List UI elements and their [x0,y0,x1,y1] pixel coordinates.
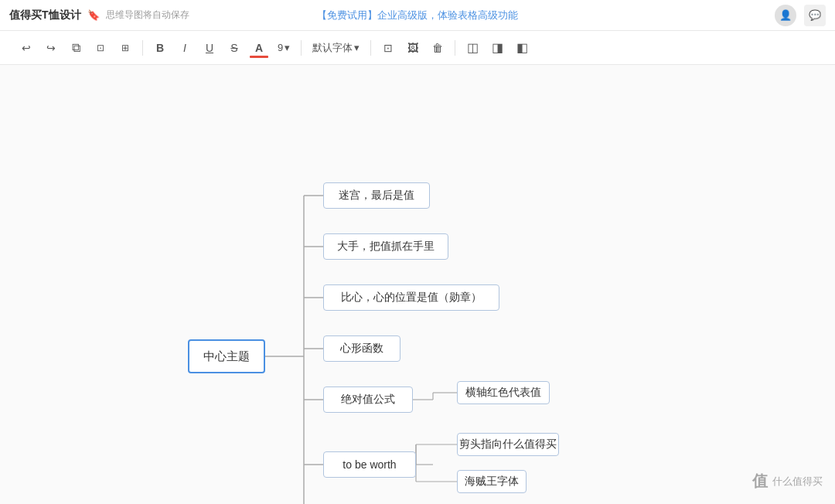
separator-4 [455,40,455,56]
autosave-label: 思维导图将自动保存 [106,9,189,22]
style-button[interactable]: ⊞ [114,37,136,59]
bold-button[interactable]: B [149,37,171,59]
center-node[interactable]: 中心主题 [188,339,265,373]
top-bar: 值得买T恤设计 🔖 思维导图将自动保存 【免费试用】企业高级版，体验表格高级功能… [0,0,835,31]
branch-node-b2[interactable]: 大手，把值抓在手里 [323,233,448,260]
separator-1 [142,40,143,56]
chevron-down-icon: ▾ [285,42,290,53]
image-button[interactable]: 🖼 [402,37,424,59]
sub-branch-node-s3[interactable]: 海贼王字体 [457,470,527,493]
toolbar: ↩ ↪ ⧉ ⊡ ⊞ B I U S A 9 ▾ 默认字体 ▾ ⊡ 🖼 🗑 ◫ ◨… [0,31,835,65]
font-color-button[interactable]: A [248,37,270,59]
font-family-dropdown[interactable]: 默认字体 ▾ [308,39,364,56]
strikethrough-button[interactable]: S [223,37,245,59]
expand1-button[interactable]: ◫ [462,37,483,59]
branch-node-b6[interactable]: to be worth [323,451,416,478]
font-size-dropdown[interactable]: 9 ▾ [273,40,295,55]
delete-button[interactable]: 🗑 [427,37,448,59]
expand3-button[interactable]: ◧ [511,37,533,59]
chevron-down-icon-2: ▾ [354,42,360,53]
copy-format-button[interactable]: ⧉ [65,37,87,59]
watermark-icon: 值 [752,471,768,492]
undo-button[interactable]: ↩ [15,37,37,59]
top-bar-actions: 👤 💬 [775,5,826,26]
avatar-icon[interactable]: 👤 [775,5,796,26]
bookmark-icon: 🔖 [87,9,100,21]
branch-node-b3[interactable]: 比心，心的位置是值（勋章） [323,284,499,311]
separator-2 [301,40,302,56]
paste-button[interactable]: ⊡ [90,37,111,59]
expand2-button[interactable]: ◨ [486,37,508,59]
redo-button[interactable]: ↪ [40,37,62,59]
branch-node-b1[interactable]: 迷宫，最后是值 [323,182,430,209]
align-button[interactable]: ⊡ [377,37,399,59]
watermark: 值 什么值得买 [752,471,823,492]
promo-banner[interactable]: 【免费试用】企业高级版，体验表格高级功能 [317,9,518,22]
italic-button[interactable]: I [174,37,196,59]
sub-branch-node-s2[interactable]: 剪头指向什么值得买 [457,433,559,456]
branch-node-b4[interactable]: 心形函数 [323,335,400,362]
sub-branch-node-s1[interactable]: 横轴红色代表值 [457,381,550,404]
app-title: 值得买T恤设计 [9,9,81,22]
separator-3 [370,40,371,56]
canvas[interactable]: 中心主题 迷宫，最后是值 大手，把值抓在手里 比心，心的位置是值（勋章） 心形函… [0,65,835,504]
watermark-text: 什么值得买 [772,475,823,489]
underline-button[interactable]: U [199,37,220,59]
branch-node-b5[interactable]: 绝对值公式 [323,387,413,413]
chat-icon[interactable]: 💬 [804,5,826,26]
